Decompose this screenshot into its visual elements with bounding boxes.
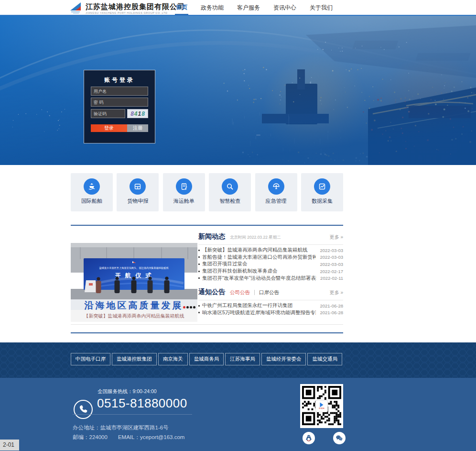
tab-separator — [254, 290, 255, 295]
news-section-title: 新闻动态 — [198, 232, 225, 241]
hotline-label: 全国服务热线：9:00-24:00 — [97, 388, 157, 395]
register-button[interactable]: 注册 — [127, 124, 148, 132]
login-button[interactable]: 登录 — [91, 124, 127, 132]
bullet-icon — [198, 250, 200, 251]
notice-item-date: 2021-06-28 — [320, 310, 343, 315]
news-item[interactable]: 首船告捷！盐城港大丰港区港口公司再添外贸新货种 2022-03-03 — [198, 254, 343, 261]
divider — [198, 244, 343, 245]
qq-icon[interactable] — [303, 432, 315, 444]
captcha-input[interactable] — [91, 109, 125, 118]
bullet-icon — [198, 256, 200, 258]
captcha-char: 8 — [141, 111, 145, 117]
username-input[interactable] — [91, 87, 148, 96]
news-more-link[interactable]: 更多 » — [330, 234, 343, 241]
notices-section-title: 通知公告 — [198, 288, 225, 297]
link-china-e-port[interactable]: 中国电子口岸 — [71, 353, 110, 365]
service-sea-manifest[interactable]: 海运舱单 — [163, 173, 205, 211]
captcha-char: 8 — [130, 111, 134, 117]
tab-company-notices[interactable]: 公司公告 — [230, 289, 250, 296]
news-item[interactable]: 集团召开“改革攻坚年”活动动员会暨年度总结部署表彰大会 2022-02-11 — [198, 275, 343, 282]
link-commerce-bureau[interactable]: 盐城商务局 — [189, 353, 224, 365]
link-economic-dev-committee[interactable]: 盐城经开管委会 — [261, 353, 306, 365]
header: 江苏盐城港控股集团有限公司 JIANGSU YANCHENG PORT HOLD… — [0, 0, 476, 16]
captcha-char: 1 — [138, 111, 141, 117]
alert-icon — [268, 178, 284, 195]
service-label: 智慧检查 — [209, 198, 251, 205]
password-input[interactable] — [91, 98, 148, 107]
svg-text:盐城港大丰港区至上海港宜东两头、宿迁港内河集装箱班轮航线: 盐城港大丰港区至上海港宜东两头、宿迁港内河集装箱班轮航线 — [99, 266, 168, 270]
ship-icon — [84, 178, 100, 195]
divider — [71, 324, 343, 325]
qr-center-logo: 盐城港 — [316, 400, 327, 412]
service-label: 货物申报 — [117, 198, 159, 205]
carousel-dot[interactable] — [193, 306, 195, 308]
notice-item-title: 中铁广州工程局集团朱永红一行拜访集团 — [202, 302, 316, 309]
carousel-caption[interactable]: 【新突破】盐城港再添两条内河精品集装箱航线 — [71, 310, 197, 322]
bullet-icon — [198, 277, 200, 279]
captcha-image[interactable]: 8 4 1 8 — [127, 109, 148, 118]
manifest-pen-icon — [176, 178, 192, 195]
news-item-title: 集团召开“改革攻坚年”活动动员会暨年度总结部署表彰大会 — [202, 275, 316, 282]
notice-item[interactable]: 中铁广州工程局集团朱永红一行拜访集团 2021-06-28 — [198, 302, 343, 309]
magnifier-icon — [222, 178, 238, 195]
bullet-icon — [198, 271, 200, 272]
section-divider-bottom — [71, 332, 343, 333]
carousel-dot[interactable] — [190, 306, 192, 308]
notice-item-date: 2021-06-28 — [320, 303, 343, 308]
company-name-en: JIANGSU YANCHENG PORT HOLDINGS GROUP CO.… — [86, 11, 185, 14]
service-label: 国际船舶 — [71, 198, 113, 205]
link-maritime-bureau[interactable]: 江苏海事局 — [225, 353, 260, 365]
night-harbor-image — [0, 16, 476, 165]
service-cargo-declaration[interactable]: 货物申报 — [117, 173, 159, 211]
page: 江苏盐城港控股集团有限公司 JIANGSU YANCHENG PORT HOLD… — [0, 0, 476, 451]
nav-home[interactable]: 首页 — [175, 0, 188, 15]
news-carousel[interactable]: 盐城港大丰港区至上海港宜东两头、宿迁港内河集装箱班轮航线 开 航 仪 式 沿海地… — [71, 243, 197, 310]
news-item[interactable]: 集团召开项目过堂会 2022-03-03 — [198, 261, 343, 268]
news-item[interactable]: 集团召开科技创新机制改革务虚会 2022-02-17 — [198, 268, 343, 275]
login-title: 账号登录 — [84, 76, 155, 84]
carousel-dot-active[interactable] — [183, 306, 185, 308]
news-item-title: 集团召开科技创新机制改革务虚会 — [202, 268, 316, 275]
ceremony-photo: 盐城港大丰港区至上海港宜东两头、宿迁港内河集装箱班轮航线 开 航 仪 式 沿海地… — [71, 243, 197, 310]
status-badge: 2-01 — [0, 440, 19, 451]
service-shortcuts: 国际船舶 货物申报 海运舱单 智慧检查 应急管理 — [71, 173, 343, 211]
link-transport-bureau[interactable]: 盐城交通局 — [307, 353, 342, 365]
divider — [73, 414, 192, 415]
hero-banner: 账号登录 8 4 1 8 登录 注册 — [0, 16, 476, 165]
notice-item[interactable]: 响水港区5万吨级航道近岸海域环境功能调整报告专家评审会在南京顺利召开 2021-… — [198, 309, 343, 317]
captcha-char: 4 — [134, 111, 138, 117]
service-international-ships[interactable]: 国际船舶 — [71, 173, 113, 211]
nav-customer-service[interactable]: 客户服务 — [236, 1, 261, 14]
phone-icon — [74, 400, 93, 419]
section-divider-top — [71, 225, 343, 226]
office-address: 办公地址：盐城市亭湖区建军西路1-6号 — [73, 424, 169, 431]
news-item[interactable]: 【新突破】盐城港再添两条内河精品集装箱航线 2022-03-03 — [198, 247, 343, 254]
logo[interactable]: 江苏盐城港控股集团有限公司 JIANGSU YANCHENG PORT HOLD… — [69, 1, 185, 16]
sail-logo-icon — [69, 1, 83, 16]
bullet-icon — [198, 312, 200, 313]
wechat-icon[interactable] — [333, 432, 346, 444]
service-label: 数据采集 — [301, 198, 343, 205]
partner-links: 中国电子口岸 盐城港控股集团 南京海关 盐城商务局 江苏海事局 盐城经开管委会 … — [71, 353, 342, 365]
nav-gov-functions[interactable]: 政务功能 — [200, 1, 225, 14]
nav-about-us[interactable]: 关于我们 — [309, 1, 334, 14]
divider — [198, 300, 343, 300]
service-data-collection[interactable]: 数据采集 — [301, 173, 343, 211]
service-emergency-management[interactable]: 应急管理 — [255, 173, 297, 211]
news-item-title: 首船告捷！盐城港大丰港区港口公司再添外贸新货种 — [202, 254, 316, 261]
postal-email-line: 邮编：224000EMAIL：yceport@163.com — [73, 434, 195, 441]
notices-more-link[interactable]: 更多 » — [330, 289, 343, 296]
hotline-number: 0515-81880000 — [97, 396, 187, 411]
carousel-dot[interactable] — [186, 306, 189, 308]
news-item-date: 2022-03-03 — [320, 262, 343, 267]
news-item-date: 2022-03-03 — [320, 248, 343, 253]
service-smart-inspection[interactable]: 智慧检查 — [209, 173, 251, 211]
nav-news-center[interactable]: 资讯中心 — [272, 1, 297, 14]
news-column: 新闻动态 北京时间 2022.03.22 星期二 更多 » 【新突破】盐城港再添… — [198, 232, 343, 316]
link-nanjing-customs[interactable]: 南京海关 — [158, 353, 188, 365]
carousel-dots — [183, 306, 195, 308]
news-item-title: 【新突破】盐城港再添两条内河精品集装箱航线 — [202, 247, 316, 253]
bullet-icon — [198, 264, 200, 265]
tab-port-notices[interactable]: 口岸公告 — [259, 289, 279, 296]
link-yancheng-port-group[interactable]: 盐城港控股集团 — [112, 353, 157, 365]
